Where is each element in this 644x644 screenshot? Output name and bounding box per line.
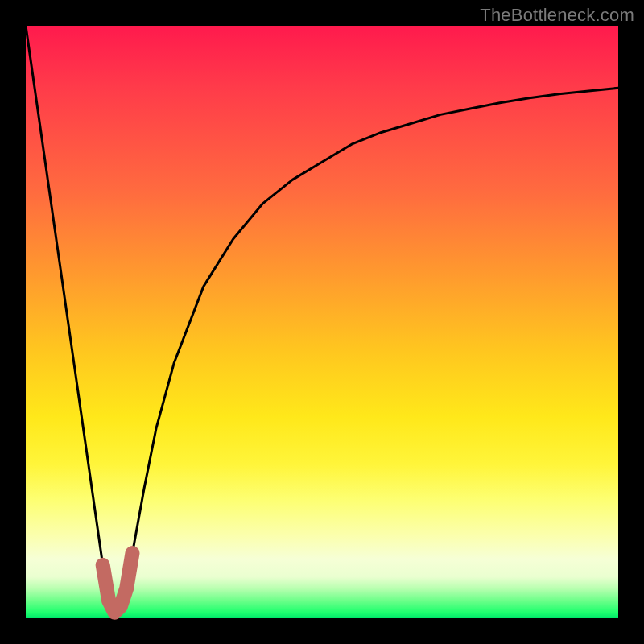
bottleneck-curve — [26, 26, 618, 613]
chart-frame: TheBottleneck.com — [0, 0, 644, 644]
watermark-text: TheBottleneck.com — [480, 5, 634, 26]
plot-area — [26, 26, 618, 618]
chart-svg — [26, 26, 618, 618]
bottleneck-accent-segment — [103, 553, 133, 613]
